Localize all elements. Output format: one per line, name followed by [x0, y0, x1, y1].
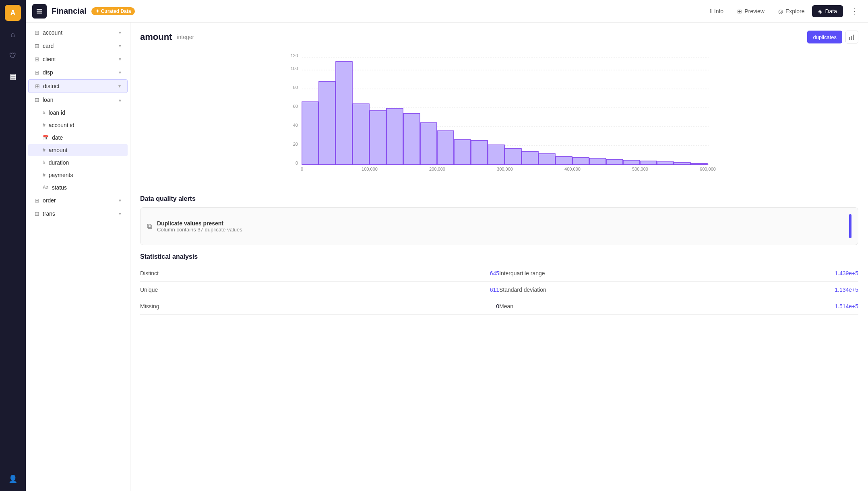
svg-rect-30 — [471, 140, 488, 165]
header-actions: duplicates — [807, 31, 858, 43]
sidebar-item-client[interactable]: ⊞ client ▾ — [28, 53, 128, 66]
curated-badge: ✦ Curated Data — [91, 7, 135, 15]
svg-text:20: 20 — [293, 142, 298, 146]
table-icon: ⊞ — [35, 43, 39, 49]
copy-icon: ⧉ — [147, 222, 152, 231]
table-icon: ⊞ — [35, 197, 39, 204]
sidebar-item-district[interactable]: ⊞ district ▾ — [28, 79, 128, 93]
svg-text:500,000: 500,000 — [632, 167, 648, 171]
chevron-down-icon: ▾ — [119, 198, 121, 203]
svg-rect-22 — [336, 62, 352, 165]
histogram-container: 0 20 40 60 80 100 120 — [140, 50, 858, 187]
svg-rect-3 — [849, 37, 850, 40]
stat-stddev: Standard deviation 1.134e+5 — [499, 282, 858, 298]
alert-indicator-bar — [849, 214, 851, 238]
shield-icon[interactable]: 🛡 — [6, 48, 20, 63]
statistics-title: Statistical analysis — [140, 253, 858, 260]
text-icon: Aa — [43, 185, 49, 190]
sidebar-item-disp[interactable]: ⊞ disp ▾ — [28, 66, 128, 79]
app-logo[interactable]: A — [5, 5, 21, 21]
table-icon: ⊞ — [35, 69, 39, 76]
sidebar-item-account[interactable]: ⊞ account ▾ — [28, 26, 128, 39]
stats-left: Distinct 645 Unique 611 Missing 0 — [140, 265, 499, 315]
home-icon[interactable]: ⌂ — [6, 27, 20, 42]
top-header: Financial ✦ Curated Data ℹ Info ⊞ Previe… — [26, 0, 868, 23]
sidebar-item-card[interactable]: ⊞ card ▾ — [28, 39, 128, 52]
tab-explore[interactable]: ◎ Explore — [772, 5, 810, 17]
svg-rect-28 — [437, 131, 454, 165]
tab-data[interactable]: ◈ Data — [812, 5, 843, 17]
svg-text:200,000: 200,000 — [429, 167, 445, 171]
svg-rect-23 — [353, 104, 369, 165]
table-icon: ⊞ — [35, 56, 39, 62]
user-icon[interactable]: 👤 — [6, 472, 20, 486]
sidebar-subitem-account-id[interactable]: # account id — [28, 119, 128, 131]
stat-unique: Unique 611 — [140, 282, 499, 298]
statistics-grid: Distinct 645 Unique 611 Missing 0 Interq… — [140, 265, 858, 315]
sidebar-item-loan[interactable]: ⊞ loan ▴ — [28, 93, 128, 106]
app-title: Financial — [52, 6, 87, 16]
table-icon: ⊞ — [35, 29, 39, 36]
svg-rect-1 — [37, 10, 42, 12]
alert-text: Duplicate values present Column contains… — [157, 220, 844, 233]
stat-distinct: Distinct 645 — [140, 265, 499, 282]
chevron-down-icon: ▾ — [119, 56, 121, 62]
more-options-button[interactable]: ⋮ — [848, 4, 862, 18]
sidebar-subitem-payments[interactable]: # payments — [28, 169, 128, 181]
svg-rect-24 — [370, 111, 386, 165]
tab-preview[interactable]: ⊞ Preview — [731, 5, 771, 17]
column-type: integer — [177, 34, 194, 40]
duplicates-button[interactable]: duplicates — [807, 31, 842, 43]
sidebar-item-order[interactable]: ⊞ order ▾ — [28, 194, 128, 207]
svg-text:400,000: 400,000 — [564, 167, 581, 171]
column-header: amount integer duplicates — [140, 31, 858, 43]
svg-text:120: 120 — [291, 53, 298, 58]
svg-rect-2 — [37, 12, 42, 14]
header-tabs: ℹ Info ⊞ Preview ◎ Explore ◈ Data — [704, 5, 843, 17]
table-icon: ⊞ — [35, 83, 40, 89]
sidebar: ⊞ account ▾ ⊞ card ▾ ⊞ client ▾ ⊞ disp ▾… — [26, 23, 130, 491]
svg-rect-21 — [319, 81, 335, 165]
chevron-down-icon: ▾ — [119, 30, 121, 35]
svg-text:40: 40 — [293, 123, 298, 128]
chevron-up-icon: ▴ — [119, 97, 121, 103]
left-navigation: A ⌂ 🛡 ▤ 👤 — [0, 0, 26, 491]
alert-title: Duplicate values present — [157, 220, 844, 227]
tab-info[interactable]: ℹ Info — [704, 5, 730, 17]
chart-icon-button[interactable] — [845, 31, 858, 43]
svg-rect-41 — [657, 162, 674, 165]
calendar-icon: 📅 — [43, 135, 49, 140]
svg-rect-20 — [302, 102, 318, 165]
alert-card: ⧉ Duplicate values present Column contai… — [140, 207, 858, 245]
chevron-down-icon: ▾ — [118, 83, 121, 89]
sidebar-subitem-duration[interactable]: # duration — [28, 157, 128, 169]
svg-rect-4 — [851, 36, 852, 40]
chevron-down-icon: ▾ — [119, 211, 121, 217]
main-content: amount integer duplicates 0 20 40 60 — [130, 23, 868, 491]
svg-rect-43 — [691, 163, 707, 165]
svg-rect-31 — [488, 145, 504, 165]
svg-rect-42 — [674, 163, 690, 165]
svg-rect-33 — [522, 151, 538, 165]
stat-iqr: Interquartile range 1.439e+5 — [499, 265, 858, 282]
sidebar-subitem-date[interactable]: 📅 date — [28, 132, 128, 144]
alert-subtitle: Column contains 37 duplicate values — [157, 227, 844, 233]
svg-text:300,000: 300,000 — [497, 167, 513, 171]
svg-rect-29 — [454, 140, 471, 165]
svg-text:0: 0 — [296, 161, 298, 165]
svg-rect-38 — [606, 159, 623, 165]
sidebar-subitem-status[interactable]: Aa status — [28, 182, 128, 194]
sidebar-subitem-loan-id[interactable]: # loan id — [28, 107, 128, 119]
sidebar-subitem-amount[interactable]: # amount — [28, 144, 128, 156]
svg-rect-40 — [640, 161, 657, 165]
numeric-icon: # — [43, 122, 45, 128]
svg-text:0: 0 — [301, 167, 303, 171]
svg-rect-39 — [623, 160, 640, 165]
column-title: amount — [140, 32, 172, 42]
numeric-icon: # — [43, 110, 45, 116]
database-icon[interactable]: ▤ — [6, 69, 20, 84]
svg-rect-5 — [853, 35, 854, 40]
sidebar-item-trans[interactable]: ⊞ trans ▾ — [28, 207, 128, 220]
svg-text:100,000: 100,000 — [362, 167, 378, 171]
table-icon: ⊞ — [35, 210, 39, 217]
